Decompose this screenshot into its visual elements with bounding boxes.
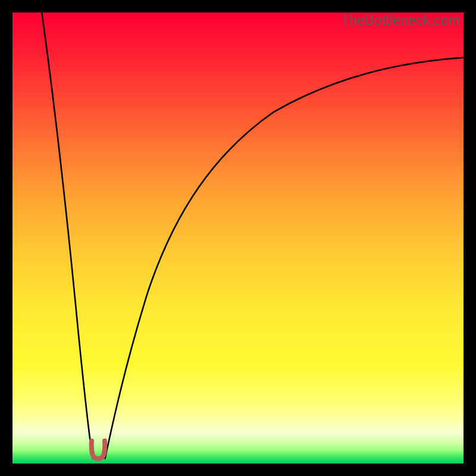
- chart-frame: TheBottleneck.com: [0, 0, 476, 476]
- curve-right-branch: [105, 58, 464, 459]
- optimal-marker: [88, 439, 108, 461]
- u-shape-icon: [92, 441, 105, 459]
- plot-area: TheBottleneck.com: [12, 12, 464, 464]
- bottleneck-curve: [12, 12, 464, 464]
- curve-left-branch: [42, 12, 93, 459]
